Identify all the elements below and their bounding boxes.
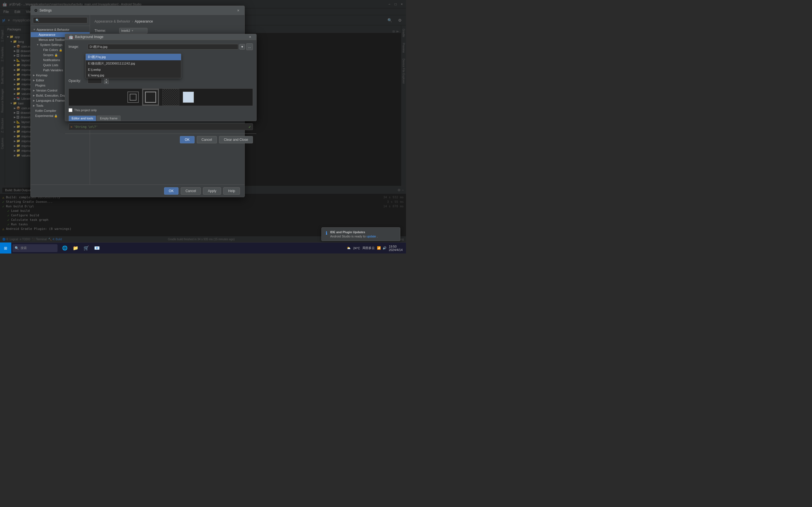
- bg-clear-close-button[interactable]: Clear and Close: [219, 136, 253, 144]
- settings-search-area: [31, 15, 90, 26]
- volume-icon: 🔊: [383, 246, 387, 250]
- dropdown-item-1[interactable]: D:\图片\q.jpg: [86, 54, 181, 60]
- bg-browse-button[interactable]: ...: [246, 43, 253, 50]
- preview-images: [128, 89, 194, 106]
- taskbar-search[interactable]: 🔍 搜索: [12, 244, 57, 252]
- nav-label-quick-lists: Quick Lists: [43, 63, 58, 67]
- nav-label-file-colors: File Colors: [43, 48, 58, 52]
- nav-label-experimental: Experimental: [35, 114, 53, 117]
- taskbar-date: 2024/4/14: [389, 248, 403, 251]
- nav-label-menus: Menus and Toolbars: [39, 38, 66, 41]
- notification-content: IDE and Plugin Updates Android Studio is…: [330, 230, 396, 238]
- dropdown-item-3[interactable]: E:\j.webp: [86, 67, 181, 72]
- taskbar-clock: 19:50 2024/4/14: [389, 245, 403, 251]
- nav-label-system: System Settings: [40, 43, 62, 47]
- opacity-spinner: ▲ ▼: [104, 78, 109, 84]
- taskbar-search-label: 搜索: [20, 246, 27, 250]
- bg-tab-empty[interactable]: Empty frame: [97, 115, 120, 121]
- taskbar-browser-icon[interactable]: 🌐: [60, 243, 70, 253]
- notification-title: IDE and Plugin Updates: [330, 230, 396, 234]
- bg-input-wrap: ▼ ...: [88, 43, 253, 50]
- nav-label-notifications: Notifications: [43, 58, 60, 62]
- nav-label-appearance-behavior: Appearance & Behavior: [37, 28, 69, 31]
- code-snippet: < 'String \n\?' ✓: [68, 123, 253, 130]
- settings-cancel-button[interactable]: Cancel: [181, 187, 201, 194]
- settings-close-button[interactable]: ×: [236, 8, 241, 13]
- bg-close-button[interactable]: ×: [247, 34, 253, 40]
- opacity-input[interactable]: [88, 78, 102, 83]
- nav-arrow-tools: ▶: [33, 104, 35, 107]
- taskbar-temp: 24°C: [353, 246, 360, 250]
- opacity-down-button[interactable]: ▼: [104, 81, 109, 84]
- nav-label-editor: Editor: [36, 78, 44, 82]
- nav-arrow-keymap: ▶: [33, 74, 35, 76]
- bg-image-label: Image:: [68, 45, 86, 49]
- taskbar-mail-icon[interactable]: 📧: [92, 243, 102, 253]
- nav-label-plugins: Plugins: [35, 83, 45, 87]
- bg-opacity-row: Opacity: ▲ ▼: [68, 78, 253, 84]
- taskbar-right: ⛅ 24°C 局部多云 📶 🔊 19:50 2024/4/14: [347, 245, 406, 251]
- code-string: 'String \n\?': [73, 125, 98, 129]
- network-icon: 📶: [377, 246, 381, 250]
- dropdown-item-4[interactable]: E:\wang.jpg: [86, 72, 181, 78]
- preview-checker: [162, 89, 179, 106]
- breadcrumb: Appearance & Behavior › Appearance: [94, 19, 240, 23]
- start-icon: ⊞: [4, 246, 7, 250]
- taskbar-store-icon[interactable]: 🛒: [81, 243, 91, 253]
- theme-value: IntelliJ: [121, 29, 130, 33]
- settings-ok-button[interactable]: OK: [164, 187, 179, 194]
- sys-tray: 📶 🔊: [377, 246, 387, 250]
- settings-dialog-footer: OK Cancel Apply Help: [31, 184, 245, 197]
- bg-ok-button[interactable]: OK: [180, 136, 194, 144]
- settings-apply-button[interactable]: Apply: [203, 187, 221, 194]
- nav-label-vc: Version Control: [36, 89, 57, 92]
- bg-image-dropdown-arrow[interactable]: ▼: [239, 44, 245, 50]
- this-project-checkbox[interactable]: [68, 108, 72, 112]
- taskbar-time: 19:50: [389, 245, 403, 248]
- taskbar-folder-icon[interactable]: 📁: [70, 243, 81, 253]
- nav-label-scopes: Scopes: [43, 53, 54, 57]
- nav-label-keymap: Keymap: [36, 73, 47, 77]
- bg-cancel-button[interactable]: Cancel: [197, 136, 217, 144]
- opacity-controls: ▲ ▼: [88, 78, 109, 84]
- settings-help-button[interactable]: Help: [223, 187, 240, 194]
- settings-title-text: Settings: [40, 8, 236, 12]
- settings-search-input[interactable]: [33, 17, 87, 23]
- bg-image-row: Image: ▼ ...: [68, 43, 253, 50]
- nav-arrow-editor: ▶: [33, 79, 35, 82]
- taskbar-start-button[interactable]: ⊞: [0, 242, 11, 254]
- code-check-icon: ✓: [249, 124, 251, 129]
- bg-opacity-label: Opacity:: [68, 79, 86, 83]
- bg-image-input[interactable]: [88, 44, 238, 50]
- preview-square: [142, 89, 159, 106]
- preview-light: [183, 92, 194, 103]
- bg-preview-area: [68, 89, 253, 106]
- theme-row: Theme: IntelliJ ▼: [94, 28, 240, 34]
- preview-frame-icon: [128, 92, 139, 103]
- notification-link[interactable]: update: [366, 235, 376, 238]
- bg-tab-editor[interactable]: Editor and tools: [68, 115, 96, 121]
- nav-label-path-variables: Path Variables: [43, 68, 63, 72]
- bg-dialog-footer: OK Cancel Clear and Close: [65, 133, 256, 146]
- dropdown-item-2[interactable]: E:\微信图片_20230601111242.jpg: [86, 60, 181, 67]
- settings-title-icon: ⚙: [34, 8, 38, 13]
- taskbar-icons: 🌐 📁 🛒 📧: [60, 243, 102, 253]
- bg-tab-empty-label: Empty frame: [100, 117, 117, 120]
- bg-dialog-titlebar: 🤖 Background Image ×: [65, 34, 256, 40]
- bg-title-text: Background Image: [75, 35, 247, 39]
- breadcrumb-separator: ›: [132, 19, 133, 23]
- nav-appearance-behavior[interactable]: ▼ Appearance & Behavior: [31, 27, 90, 32]
- bg-title-icon: 🤖: [68, 35, 73, 39]
- notification-text: Android Studio is ready to update .: [330, 235, 396, 238]
- nav-arrow-build: ▶: [33, 94, 35, 97]
- taskbar-weather: ⛅: [347, 246, 351, 250]
- theme-label: Theme:: [94, 29, 117, 33]
- theme-dropdown[interactable]: IntelliJ ▼: [119, 28, 147, 34]
- code-open: <: [70, 125, 72, 129]
- bg-tabs: Editor and tools Empty frame: [68, 115, 253, 121]
- taskbar: ⊞ 🔍 搜索 🌐 📁 🛒 📧 ⛅ 24°C 局部多云 📶 🔊 19:50 202…: [0, 242, 406, 253]
- nav-label-appearance: Appearance: [39, 33, 55, 36]
- taskbar-search-icon: 🔍: [15, 246, 19, 250]
- nav-arrow-system: ▼: [36, 43, 39, 46]
- breadcrumb-parent: Appearance & Behavior: [94, 19, 130, 23]
